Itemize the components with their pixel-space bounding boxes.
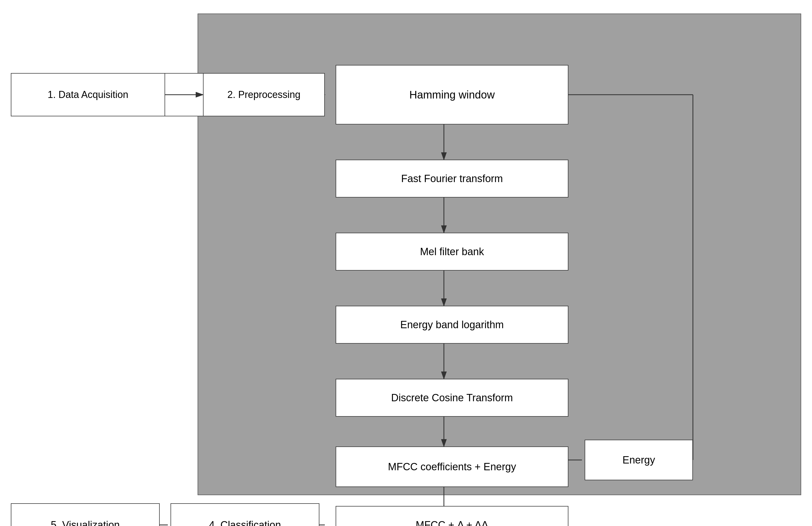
diagram-container: 1. Data Acquisition [0,0,812,526]
classification-box: 4. Classification [171,503,319,526]
fast-fourier-box: Fast Fourier transform [336,160,568,198]
preprocessing-label: 2. Preprocessing [227,89,301,100]
data-acquisition-box: 1. Data Acquisition [11,73,165,116]
preprocessing-box: 2. Preprocessing [203,73,325,116]
mfcc-delta-label: MFCC + Δ + ΔΔ [416,519,488,526]
dct-label: Discrete Cosine Transform [391,392,513,404]
mfcc-delta-box: MFCC + Δ + ΔΔ [336,506,568,526]
mfcc-coefficients-label: MFCC coefficients + Energy [388,461,516,473]
energy-band-box: Energy band logarithm [336,306,568,344]
hamming-window-label: Hamming window [409,89,495,101]
mel-filter-label: Mel filter bank [420,246,484,258]
mfcc-coefficients-box: MFCC coefficients + Energy [336,447,568,487]
visualization-box: 5. Visualization [11,503,160,526]
dct-box: Discrete Cosine Transform [336,379,568,417]
visualization-label: 5. Visualization [51,519,120,526]
hamming-window-box: Hamming window [336,65,568,125]
mel-filter-box: Mel filter bank [336,233,568,271]
energy-label: Energy [623,454,655,466]
energy-band-label: Energy band logarithm [400,319,504,331]
fast-fourier-label: Fast Fourier transform [401,173,503,185]
data-acquisition-label: 1. Data Acquisition [48,89,128,100]
energy-box: Energy [585,440,693,480]
classification-label: 4. Classification [209,519,281,526]
